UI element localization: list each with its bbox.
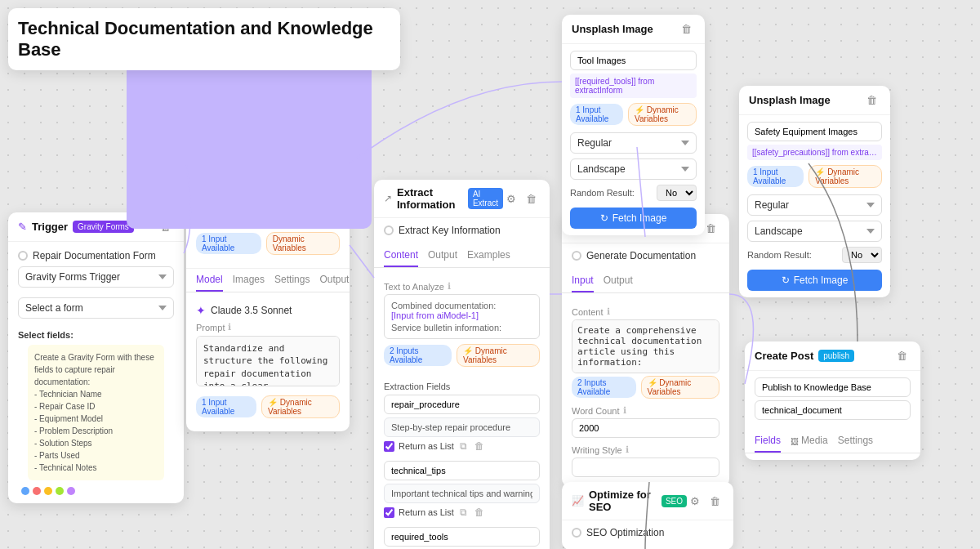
seo-opt-label: SEO Optimization: [586, 527, 664, 538]
prompt-textarea[interactable]: Standardize and structure the following …: [196, 336, 340, 386]
tab-model[interactable]: Model: [196, 269, 223, 292]
unsplash2-delete-btn[interactable]: 🗑: [863, 92, 880, 108]
extract-badge: AI Extract: [468, 188, 503, 209]
unsplash2-actions: 🗑: [863, 92, 880, 108]
create-post-badge: publish: [818, 350, 854, 362]
unsplash2-landscape[interactable]: Landscape: [747, 221, 882, 242]
unsplash2-variable: [[safety_precautions]] from extractin: [747, 145, 882, 160]
unsplash2-random-select[interactable]: No: [842, 247, 882, 263]
create-post-tab-fields[interactable]: Fields: [755, 430, 781, 453]
dot-yellow: [44, 487, 52, 495]
doc-bottom-status-input: 1 Input Available: [196, 396, 256, 417]
extract-icon: ↗: [384, 193, 392, 204]
trigger-fields-label: Select fields:: [18, 330, 174, 340]
extract-left: ↗ Extract Information AI Extract: [384, 186, 503, 211]
extract-tab-content[interactable]: Content: [384, 244, 418, 267]
unsplash1-header: Unsplash Image 🗑: [562, 15, 705, 44]
extract-tabs: Content Output Examples: [374, 244, 550, 268]
doc-parser-status: 1 Input Available Dynamic Variables: [196, 232, 340, 255]
purple-background: [127, 49, 372, 229]
prompt-label: Prompt ℹ: [186, 322, 350, 333]
extract-delete-btn[interactable]: 🗑: [523, 191, 540, 207]
field1-delete-btn[interactable]: 🗑: [473, 440, 486, 452]
tab-output2[interactable]: Output: [319, 269, 349, 292]
create-post-actions: 🗑: [893, 348, 911, 364]
unsplash2-random-row: Random Result: No: [747, 247, 882, 263]
trigger-edit-icon: ✎: [18, 221, 27, 233]
field1-list-checkbox[interactable]: [384, 441, 394, 452]
field1-name[interactable]: [384, 395, 540, 414]
input-ref: [Input from aiModel-1]: [391, 310, 532, 320]
tab-images[interactable]: Images: [233, 269, 265, 292]
write-content-textarea[interactable]: Create a comprehensive technical documen…: [572, 319, 719, 373]
seo-delete-btn[interactable]: 🗑: [706, 493, 724, 509]
writing-style-label: Writing Style ℹ: [572, 444, 719, 455]
unsplash2-refresh-icon: ↻: [782, 274, 790, 286]
field2-name[interactable]: [384, 461, 540, 480]
create-post-doc[interactable]: [755, 400, 911, 420]
write-status: 2 Inputs Available ⚡ Dynamic Variables: [572, 376, 719, 399]
write-tab-output[interactable]: Output: [604, 270, 633, 292]
create-post-delete-btn[interactable]: 🗑: [893, 348, 911, 364]
unsplash1-random-select[interactable]: No: [657, 185, 697, 201]
unsplash2-body: [[safety_precautions]] from extractin 1 …: [739, 115, 890, 297]
unsplash2-fetch-btn[interactable]: ↻ Fetch Image: [747, 270, 882, 291]
unsplash2-header: Unsplash Image 🗑: [739, 86, 890, 115]
unsplash1-orientation[interactable]: Regular: [570, 132, 697, 154]
extract-label-row: Extract Key Information: [384, 225, 540, 236]
unsplash1-random-label: Random Result:: [570, 188, 635, 198]
media-icon: 🖼: [791, 437, 799, 446]
field-group-2: Return as List ⧉ 🗑: [374, 461, 550, 527]
unsplash1-fetch-btn[interactable]: ↻ Fetch Image: [570, 208, 697, 229]
trigger-form-select[interactable]: Select a form: [18, 297, 174, 319]
unsplash1-refresh-icon: ↻: [600, 212, 608, 224]
field1-desc[interactable]: [384, 417, 540, 437]
extract-tab-output[interactable]: Output: [428, 244, 457, 267]
unsplash2-orientation[interactable]: Regular: [747, 194, 882, 216]
write-delete-btn[interactable]: 🗑: [702, 221, 719, 236]
extract-gear-btn[interactable]: ⚙: [503, 191, 519, 207]
field1-copy-btn[interactable]: ⧉: [458, 440, 469, 452]
unsplash1-landscape[interactable]: Landscape: [570, 158, 697, 180]
tab-settings2[interactable]: Settings: [274, 269, 310, 292]
unsplash1-search[interactable]: [570, 51, 697, 70]
trigger-select[interactable]: Gravity Forms Trigger: [18, 266, 174, 288]
unsplash2-card: Unsplash Image 🗑 [[safety_precautions]] …: [739, 86, 890, 297]
combined-doc-label: Combined documentation:: [391, 301, 532, 310]
create-post-tabs: Fields 🖼 Media Settings: [745, 430, 920, 453]
write-style: Writing Style ℹ: [572, 444, 719, 480]
extract-body: Extract Key Information: [374, 218, 550, 244]
unsplash1-left: Unsplash Image: [572, 23, 653, 35]
extract-actions: ⚙ 🗑: [503, 191, 540, 207]
field2-list-checkbox[interactable]: [384, 507, 394, 518]
field2-desc[interactable]: [384, 484, 540, 503]
trigger-badge: Gravity Forms: [73, 221, 134, 233]
extract-tab-examples[interactable]: Examples: [467, 244, 510, 267]
writing-style-input[interactable]: [572, 458, 719, 477]
field2-delete-btn[interactable]: 🗑: [473, 507, 486, 518]
write-tab-input[interactable]: Input: [572, 270, 594, 292]
unsplash1-status-dynamic: ⚡ Dynamic Variables: [628, 103, 697, 126]
unsplash2-status-dynamic: ⚡ Dynamic Variables: [808, 165, 882, 188]
write-tabs: Input Output: [562, 270, 729, 293]
word-count-input[interactable]: [572, 418, 719, 438]
write-content-label: Content ℹ: [572, 306, 719, 317]
prompt-info-icon: ℹ: [228, 322, 231, 333]
create-post-publish[interactable]: [755, 377, 911, 397]
unsplash2-status-input: 1 Input Available: [747, 166, 804, 187]
unsplash1-random-row: Random Result: No: [570, 185, 697, 201]
seo-gear-btn[interactable]: ⚙: [687, 493, 703, 509]
unsplash1-delete-btn[interactable]: 🗑: [678, 21, 695, 37]
field2-copy-btn[interactable]: ⧉: [458, 507, 469, 518]
field2-list-label: Return as List: [399, 507, 454, 517]
unsplash2-search[interactable]: [747, 122, 882, 141]
create-post-tab-media[interactable]: Media: [801, 430, 828, 453]
unsplash1-status: 1 Input Available ⚡ Dynamic Variables: [570, 103, 697, 126]
unsplash1-title: Unsplash Image: [572, 23, 653, 35]
word-count-label: Word Count ℹ: [572, 405, 719, 416]
field-group-1: Return as List ⧉ 🗑: [374, 395, 550, 461]
create-post-tab-settings[interactable]: Settings: [838, 430, 873, 453]
write-generate-label: Generate Documentation: [586, 250, 696, 261]
dot-green: [56, 487, 64, 495]
field3-name[interactable]: [384, 527, 540, 547]
